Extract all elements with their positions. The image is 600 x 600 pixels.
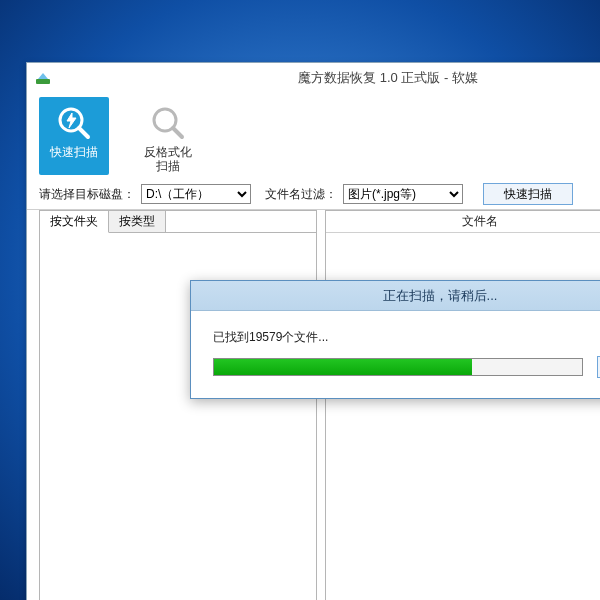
tab-by-folder[interactable]: 按文件夹 [40,211,109,233]
progress-bar [213,358,583,376]
svg-line-4 [173,128,182,137]
name-filter-label: 文件名过滤： [265,186,337,203]
app-icon [35,70,51,86]
tool-label: 反格式化 扫描 [144,145,192,173]
scan-progress-dialog: 正在扫描，请稍后... 已找到19579个文件... 停止 [190,280,600,399]
filter-bar: 请选择目标磁盘： D:\（工作） 文件名过滤： 图片(*.jpg等) 快速扫描 [27,179,600,209]
toolbar: 快速扫描 反格式化 扫描 [27,93,600,179]
scan-status-text: 已找到19579个文件... [213,329,600,346]
magnifier-bolt-icon [54,103,94,143]
window-title: 魔方数据恢复 1.0 正式版 - 软媒 [59,69,600,87]
magnifier-icon [148,103,188,143]
dialog-body: 已找到19579个文件... 停止 [191,311,600,398]
file-list-header: 文件名 大小 完整 [326,211,600,233]
dialog-title[interactable]: 正在扫描，请稍后... [191,281,600,311]
right-pane: 文件名 大小 完整 [325,210,600,600]
tool-label: 快速扫描 [50,145,98,159]
left-tabs: 按文件夹 按类型 [40,211,316,233]
left-pane: 按文件夹 按类型 [39,210,317,600]
disk-label: 请选择目标磁盘： [39,186,135,203]
disk-select[interactable]: D:\（工作） [141,184,251,204]
col-filename[interactable]: 文件名 [326,211,600,232]
tool-unformat-scan[interactable]: 反格式化 扫描 [133,97,203,173]
tab-by-type[interactable]: 按类型 [109,211,166,232]
desktop-background: 魔方数据恢复 1.0 正式版 - 软媒 快速扫描 [0,0,600,600]
svg-line-2 [79,128,88,137]
progress-fill [214,359,472,375]
titlebar[interactable]: 魔方数据恢复 1.0 正式版 - 软媒 [27,63,600,93]
name-filter-select[interactable]: 图片(*.jpg等) [343,184,463,204]
progress-row: 停止 [213,356,600,378]
quick-scan-button[interactable]: 快速扫描 [483,183,573,205]
tool-quick-scan[interactable]: 快速扫描 [39,97,109,175]
svg-rect-0 [36,79,50,84]
main-area: 按文件夹 按类型 文件名 大小 完整 [27,209,600,600]
